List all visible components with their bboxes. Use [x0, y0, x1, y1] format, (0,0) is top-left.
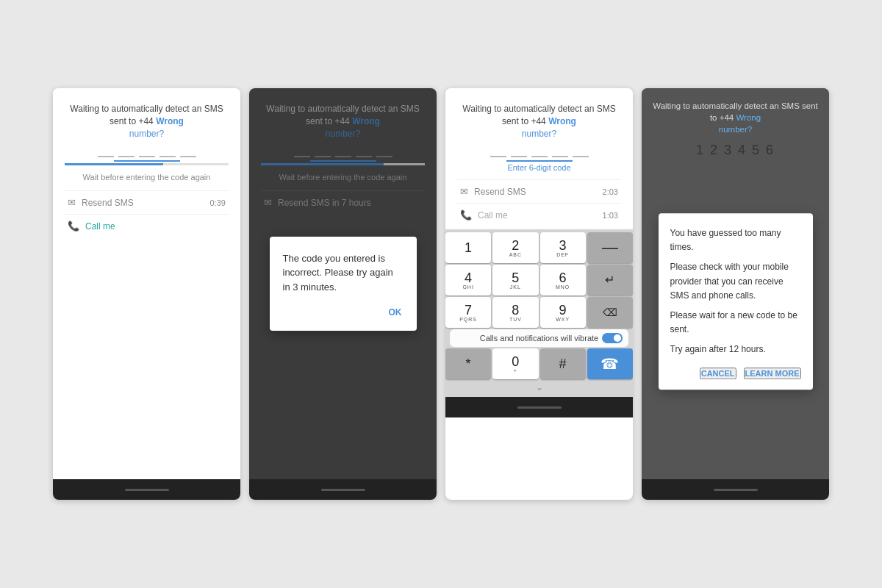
- screen4-content: Waiting to automatically detect an SMS s…: [642, 88, 829, 479]
- message-icon-3: ✉: [460, 186, 468, 197]
- sms-waiting-text-4: Waiting to automatically detect an SMS s…: [652, 100, 819, 135]
- bottom-bar-4: [642, 479, 829, 500]
- modal-actions-4: CANCEL LEARN MORE: [670, 368, 801, 379]
- modal-text-4: You have guessed too many times. Please …: [670, 226, 801, 357]
- key-8[interactable]: 8TUV: [492, 297, 538, 328]
- key-6[interactable]: 6MNO: [540, 265, 586, 295]
- wait-text-1: Wait before entering the code again: [65, 173, 229, 182]
- vibrate-banner: Calls and notifications will vibrate: [450, 329, 628, 347]
- key-1[interactable]: 1: [445, 232, 491, 263]
- key-7[interactable]: 7PQRS: [445, 297, 491, 328]
- key-hash[interactable]: #: [540, 348, 586, 379]
- home-indicator-4: [714, 489, 758, 491]
- screen1-content: Waiting to automatically detect an SMS s…: [53, 88, 240, 479]
- progress-bar-1: [65, 163, 229, 165]
- call-timer-3: 1:03: [603, 211, 618, 220]
- screen2-content: Waiting to automatically detect an SMS s…: [249, 88, 437, 479]
- modal-overlay-2: The code you entered is incorrect. Pleas…: [249, 88, 437, 479]
- modal-actions-2: OK: [283, 304, 404, 320]
- key-4[interactable]: 4GHI: [445, 265, 491, 295]
- vibrate-toggle[interactable]: [602, 333, 623, 343]
- screens-container: Waiting to automatically detect an SMS s…: [38, 74, 844, 514]
- key-5[interactable]: 5JKL: [492, 265, 538, 295]
- keyboard-row-1: 1 2ABC 3DEF —: [445, 232, 633, 263]
- home-indicator-3: [517, 406, 562, 409]
- screen-3: Waiting to automatically detect an SMS s…: [445, 88, 633, 500]
- resend-timer-3: 2:03: [603, 187, 618, 196]
- resend-label-1[interactable]: Resend SMS: [82, 198, 210, 208]
- incorrect-code-modal: The code you entered is incorrect. Pleas…: [270, 237, 417, 331]
- enter-code-hint-3: Enter 6-digit code: [457, 163, 621, 172]
- call-me-row-3: 📞 Call me 1:03: [457, 203, 621, 226]
- screen-4: Waiting to automatically detect an SMS s…: [642, 88, 829, 500]
- resend-sms-row-1: ✉ Resend SMS 0:39: [65, 190, 229, 214]
- bottom-bar-1: [53, 479, 240, 500]
- message-icon-1: ✉: [68, 197, 76, 208]
- vibrate-row: Calls and notifications will vibrate: [445, 329, 633, 347]
- progress-fill-1: [65, 163, 163, 165]
- screen3-content-top: Waiting to automatically detect an SMS s…: [445, 88, 633, 229]
- code-digits-4: 1 2 3 4 5 6: [652, 143, 819, 158]
- sms-waiting-text-3: Waiting to automatically detect an SMS s…: [457, 103, 621, 140]
- code-input-1: [65, 156, 229, 157]
- keyboard-row-3: 7PQRS 8TUV 9WXY ⌫: [445, 297, 633, 328]
- learn-more-button[interactable]: LEARN MORE: [744, 368, 801, 379]
- code-underline-3: [506, 160, 573, 162]
- code-input-3: [457, 156, 621, 157]
- screen-1: Waiting to automatically detect an SMS s…: [53, 88, 240, 500]
- key-backspace[interactable]: ⌫: [587, 297, 633, 328]
- call-label-3: Call me: [478, 210, 603, 220]
- key-2[interactable]: 2ABC: [492, 232, 538, 263]
- cancel-button[interactable]: CANCEL: [700, 368, 736, 379]
- keyboard-row-bottom: * 0+ # ☎: [445, 348, 633, 379]
- resend-sms-row-3: ✉ Resend SMS 2:03: [457, 179, 621, 203]
- modal-message-2: The code you entered is incorrect. Pleas…: [283, 251, 404, 295]
- screen-2: Waiting to automatically detect an SMS s…: [249, 88, 437, 500]
- resend-timer-1: 0:39: [210, 198, 226, 207]
- modal-ok-button[interactable]: OK: [387, 304, 404, 320]
- key-9[interactable]: 9WXY: [540, 297, 586, 328]
- key-star[interactable]: *: [445, 348, 491, 379]
- key-enter[interactable]: ↵: [587, 265, 633, 295]
- resend-label-3[interactable]: Resend SMS: [474, 187, 603, 197]
- too-many-guesses-modal: You have guessed too many times. Please …: [659, 213, 813, 390]
- key-call[interactable]: ☎: [587, 348, 633, 379]
- chevron-down-3[interactable]: ⌄: [445, 381, 633, 394]
- key-3[interactable]: 3DEF: [540, 232, 586, 263]
- sms-waiting-text-1: Waiting to automatically detect an SMS s…: [65, 103, 229, 140]
- home-indicator-1: [125, 489, 169, 491]
- key-0[interactable]: 0+: [492, 348, 538, 379]
- phone-icon-1: 📞: [68, 220, 79, 232]
- bottom-bar-2: [249, 479, 437, 500]
- key-dash[interactable]: —: [587, 232, 633, 263]
- screen4-top: Waiting to automatically detect an SMS s…: [642, 88, 829, 167]
- keyboard-row-2: 4GHI 5JKL 6MNO ↵: [445, 265, 633, 295]
- keyboard-3: 1 2ABC 3DEF — 4GHI 5JKL 6MNO ↵ 7PQRS 8TU…: [445, 229, 633, 397]
- code-underline-1: [114, 160, 180, 162]
- call-me-row-1[interactable]: 📞 Call me: [65, 214, 229, 237]
- call-label-1: Call me: [85, 221, 226, 232]
- phone-icon-3: 📞: [460, 209, 472, 220]
- home-indicator-2: [321, 489, 365, 491]
- bottom-bar-3: [445, 397, 633, 417]
